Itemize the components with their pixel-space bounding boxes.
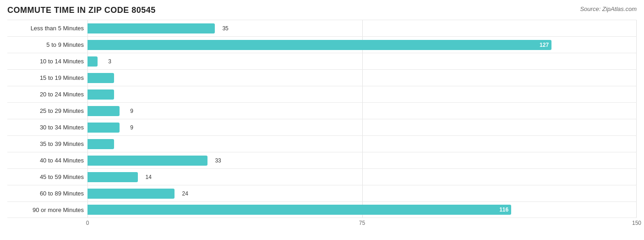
bar-label: 35 to 39 Minutes <box>7 140 87 147</box>
bar-fill: 14 <box>87 172 138 182</box>
bar-row: 10 to 14 Minutes3 <box>7 53 637 69</box>
bar-label: 60 to 89 Minutes <box>7 190 87 197</box>
bar-label: 20 to 24 Minutes <box>7 91 87 98</box>
bar-row: 60 to 89 Minutes24 <box>7 185 637 201</box>
bar-area: 9 <box>87 119 637 135</box>
bar-value: 14 <box>146 174 152 180</box>
bar-area: 33 <box>87 152 637 168</box>
bar-fill: 9 <box>87 123 120 133</box>
bar-area <box>87 86 637 102</box>
bar-row: 20 to 24 Minutes <box>7 86 637 102</box>
bar-area <box>87 136 637 152</box>
bar-value: 127 <box>540 42 549 48</box>
bar-label: 10 to 14 Minutes <box>7 58 87 65</box>
bar-area: 3 <box>87 53 637 69</box>
bar-value: 33 <box>215 157 221 164</box>
x-tick-mid: 75 <box>359 220 365 226</box>
bar-area: 35 <box>87 20 637 36</box>
bar-fill: 3 <box>87 56 98 67</box>
bar-row: 40 to 44 Minutes33 <box>7 152 637 168</box>
bar-value: 35 <box>222 25 228 32</box>
bar-label: 15 to 19 Minutes <box>7 74 87 81</box>
bar-row: 25 to 29 Minutes9 <box>7 102 637 119</box>
chart-source: Source: ZipAtlas.com <box>580 6 637 12</box>
bar-row: 35 to 39 Minutes <box>7 135 637 152</box>
bar-row: 15 to 19 Minutes <box>7 69 637 86</box>
bar-label: 45 to 59 Minutes <box>7 173 87 180</box>
bar-value: 116 <box>499 207 508 213</box>
bar-value: 9 <box>130 108 133 114</box>
x-tick-min: 0 <box>86 220 89 226</box>
bar-area: 24 <box>87 185 637 201</box>
bar-label: Less than 5 Minutes <box>7 25 87 32</box>
bar-fill <box>87 89 114 100</box>
bar-fill <box>87 139 114 149</box>
bar-fill: 33 <box>87 156 207 166</box>
bar-fill: 35 <box>87 23 215 33</box>
bar-fill: 116 <box>87 205 511 215</box>
bar-label: 30 to 34 Minutes <box>7 124 87 131</box>
bar-label: 5 to 9 Minutes <box>7 41 87 48</box>
bar-area: 14 <box>87 169 637 185</box>
chart-header: COMMUTE TIME IN ZIP CODE 80545 Source: Z… <box>7 6 637 15</box>
bar-fill: 24 <box>87 189 175 199</box>
bar-area <box>87 70 637 86</box>
bar-area: 127 <box>87 37 637 53</box>
bar-value: 3 <box>108 58 111 65</box>
bar-fill: 9 <box>87 106 120 116</box>
bar-fill <box>87 73 114 83</box>
chart-title: COMMUTE TIME IN ZIP CODE 80545 <box>7 6 156 15</box>
bar-value: 9 <box>130 124 133 131</box>
bar-row: 45 to 59 Minutes14 <box>7 168 637 185</box>
chart-body: Less than 5 Minutes355 to 9 Minutes12710… <box>7 20 637 218</box>
bar-row: 90 or more Minutes116 <box>7 201 637 218</box>
bar-label: 90 or more Minutes <box>7 207 87 213</box>
bar-fill: 127 <box>87 40 551 50</box>
bar-value: 24 <box>182 190 188 197</box>
chart-container: COMMUTE TIME IN ZIP CODE 80545 Source: Z… <box>0 0 644 240</box>
bar-row: Less than 5 Minutes35 <box>7 20 637 36</box>
bar-row: 5 to 9 Minutes127 <box>7 36 637 53</box>
bar-area: 9 <box>87 103 637 119</box>
bar-row: 30 to 34 Minutes9 <box>7 119 637 135</box>
x-tick-max: 150 <box>632 220 641 226</box>
x-axis: 0 75 150 <box>87 220 637 229</box>
bar-area: 116 <box>87 202 637 218</box>
bar-label: 40 to 44 Minutes <box>7 157 87 164</box>
bar-label: 25 to 29 Minutes <box>7 107 87 114</box>
